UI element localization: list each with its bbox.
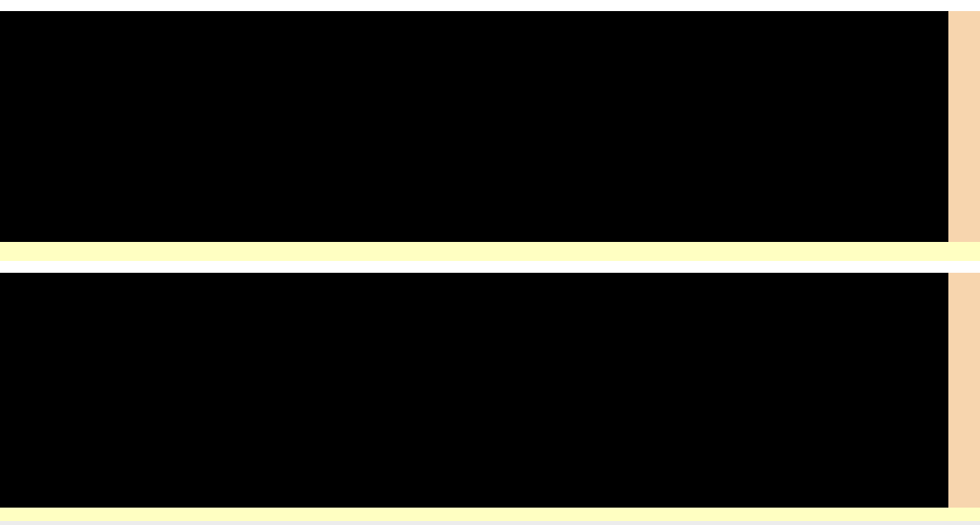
spectrogram-canvas-rcp — [0, 11, 948, 242]
spectrogram-panel-lcp — [0, 261, 980, 525]
frequency-axis-rcp — [948, 11, 980, 242]
spectrogram-canvas-lcp — [0, 273, 948, 508]
spectrogram-row-rcp — [0, 11, 980, 242]
spectrogram-panel-rcp — [0, 0, 980, 261]
panel-title-rcp — [0, 0, 980, 11]
panel-title-lcp — [0, 261, 980, 273]
frequency-axis-lcp — [948, 273, 980, 508]
time-axis — [0, 242, 980, 261]
time-axis-strip-lcp-cropped — [0, 508, 980, 525]
spectrogram-row-lcp — [0, 273, 980, 508]
